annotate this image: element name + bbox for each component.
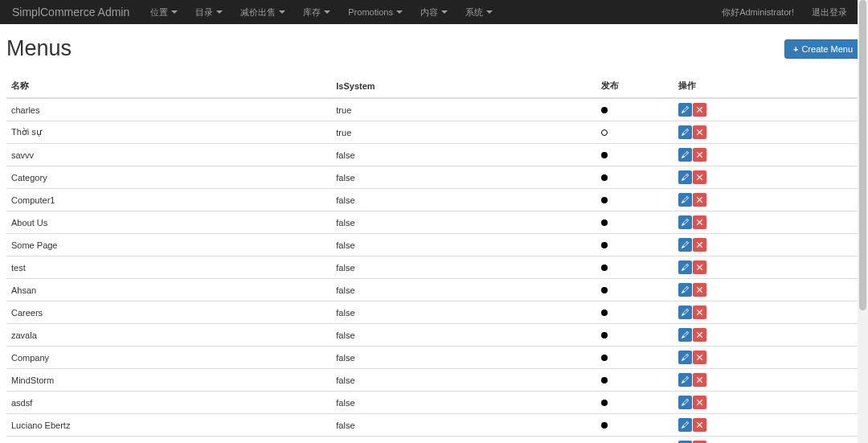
delete-button[interactable]	[693, 125, 706, 139]
close-icon	[696, 396, 703, 408]
cell-actions	[674, 347, 862, 369]
cell-published	[596, 144, 674, 166]
published-dot-filled-icon	[601, 400, 608, 406]
nav-item-3[interactable]: 库存	[294, 1, 339, 24]
cell-name: Some Page	[6, 234, 331, 256]
published-dot-empty-icon	[601, 129, 608, 136]
edit-button[interactable]	[678, 373, 692, 387]
cell-actions	[674, 324, 862, 347]
header-name: 名称	[6, 74, 331, 98]
delete-button[interactable]	[693, 238, 706, 252]
nav-item-6[interactable]: 系统	[457, 1, 502, 24]
delete-button[interactable]	[693, 396, 706, 409]
pencil-icon	[682, 171, 689, 183]
delete-button[interactable]	[693, 103, 706, 117]
scrollbar-track[interactable]	[858, 0, 868, 443]
cell-name: Films	[6, 437, 331, 444]
table-row: Careersfalse	[6, 301, 862, 324]
cell-actions	[674, 144, 862, 166]
caret-icon	[441, 10, 448, 14]
edit-button[interactable]	[678, 418, 692, 432]
table-body: charlestrueThời sựtruesavvvfalseCategory…	[6, 98, 862, 443]
delete-button[interactable]	[693, 193, 706, 207]
published-dot-filled-icon	[601, 152, 608, 158]
navbar-brand[interactable]: SimplCommerce Admin	[12, 0, 141, 24]
table-row: Thời sựtrue	[6, 121, 862, 144]
published-dot-filled-icon	[601, 332, 608, 338]
edit-button[interactable]	[678, 193, 692, 207]
cell-published	[596, 301, 674, 324]
delete-button[interactable]	[693, 215, 706, 229]
published-dot-filled-icon	[601, 422, 608, 429]
pencil-icon	[682, 351, 689, 363]
edit-button[interactable]	[678, 215, 692, 229]
published-dot-filled-icon	[601, 219, 608, 226]
nav-item-1[interactable]: 目录	[186, 1, 231, 24]
cell-name: test	[6, 256, 331, 279]
edit-button[interactable]	[678, 283, 692, 297]
edit-button[interactable]	[678, 148, 692, 162]
table-row: Some Pagefalse	[6, 234, 862, 256]
table-row: Categoryfalse	[6, 166, 862, 189]
table-header-row: 名称 IsSystem 发布 操作	[6, 74, 862, 98]
edit-button[interactable]	[678, 328, 692, 342]
published-dot-filled-icon	[601, 107, 608, 113]
close-icon	[696, 104, 703, 116]
plus-icon: +	[793, 44, 798, 54]
edit-button[interactable]	[678, 170, 692, 184]
pencil-icon	[682, 104, 689, 116]
cell-published	[596, 324, 674, 347]
delete-button[interactable]	[693, 351, 706, 364]
cell-name: Thời sự	[6, 121, 331, 144]
create-menu-button[interactable]: + Create Menu	[784, 39, 862, 59]
cell-name: savvv	[6, 144, 331, 166]
delete-button[interactable]	[693, 283, 706, 297]
edit-button[interactable]	[678, 103, 692, 117]
edit-button[interactable]	[678, 125, 692, 139]
cell-published	[596, 166, 674, 189]
cell-name: Luciano Ebertz	[6, 414, 331, 437]
edit-button[interactable]	[678, 260, 692, 274]
cell-actions	[674, 369, 862, 392]
nav-item-2[interactable]: 减价出售	[231, 1, 294, 24]
caret-icon	[486, 10, 493, 14]
header-actions: 操作	[674, 74, 862, 98]
cell-actions	[674, 301, 862, 324]
delete-button[interactable]	[693, 373, 706, 387]
delete-button[interactable]	[693, 306, 706, 319]
published-dot-filled-icon	[601, 377, 608, 384]
edit-button[interactable]	[678, 396, 692, 409]
cell-is-system: true	[331, 98, 596, 121]
cell-name: Ahsan	[6, 279, 331, 301]
delete-button[interactable]	[693, 148, 706, 162]
delete-button[interactable]	[693, 260, 706, 274]
edit-button[interactable]	[678, 351, 692, 364]
delete-button[interactable]	[693, 418, 706, 432]
delete-button[interactable]	[693, 328, 706, 342]
cell-published	[596, 189, 674, 211]
logout-link[interactable]: 退出登录	[803, 1, 856, 24]
nav-item-4[interactable]: Promotions	[339, 2, 411, 23]
caret-icon	[171, 10, 178, 14]
header-published: 发布	[596, 74, 674, 98]
cell-actions	[674, 437, 862, 444]
cell-is-system: false	[331, 347, 596, 369]
cell-name: zavala	[6, 324, 331, 347]
table-row: asdsffalse	[6, 392, 862, 414]
cell-published	[596, 98, 674, 121]
user-greeting[interactable]: 你好Administrator!	[713, 1, 803, 24]
cell-published	[596, 369, 674, 392]
scrollbar-thumb[interactable]	[859, 0, 866, 310]
delete-button[interactable]	[693, 170, 706, 184]
edit-button[interactable]	[678, 306, 692, 319]
pencil-icon	[682, 216, 689, 228]
table-row: charlestrue	[6, 98, 862, 121]
edit-button[interactable]	[678, 238, 692, 252]
cell-is-system: false	[331, 369, 596, 392]
main-container: Menus + Create Menu 名称 IsSystem 发布 操作 ch…	[0, 24, 868, 443]
pencil-icon	[682, 374, 689, 386]
nav-item-5[interactable]: 内容	[411, 1, 457, 24]
published-dot-filled-icon	[601, 174, 608, 181]
published-dot-filled-icon	[601, 265, 608, 271]
nav-item-0[interactable]: 位置	[141, 1, 186, 24]
